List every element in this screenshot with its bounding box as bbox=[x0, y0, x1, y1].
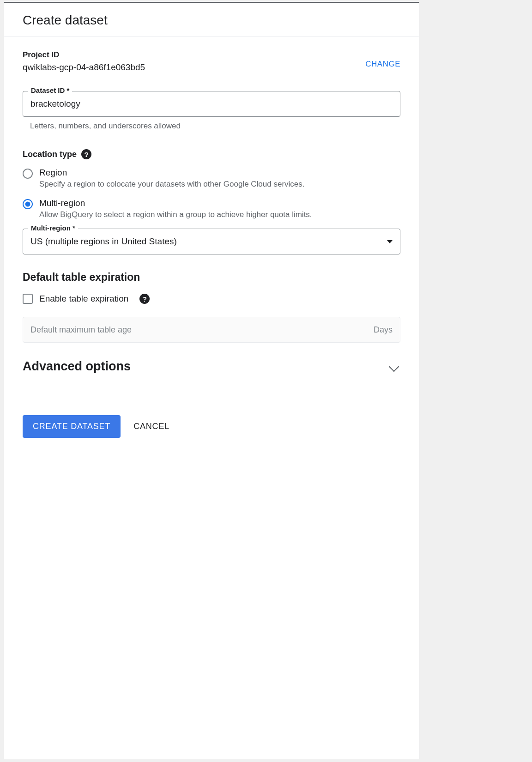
advanced-options-heading: Advanced options bbox=[23, 359, 131, 374]
multi-region-field: Multi-region * US (multiple regions in U… bbox=[23, 229, 400, 254]
create-dataset-button[interactable]: CREATE DATASET bbox=[23, 415, 121, 438]
multi-region-select[interactable]: US (multiple regions in United States) bbox=[23, 229, 400, 254]
change-project-button[interactable]: CHANGE bbox=[365, 60, 400, 69]
page-title: Create dataset bbox=[23, 13, 400, 28]
radio-multi-region[interactable]: Multi-region Allow BigQuery to select a … bbox=[23, 198, 400, 219]
radio-icon bbox=[23, 199, 33, 209]
radio-label: Region bbox=[39, 168, 305, 178]
location-type-heading: Location type ? bbox=[23, 149, 400, 159]
max-table-age-placeholder: Default maximum table age bbox=[30, 325, 132, 335]
location-type-radio-group: Region Specify a region to colocate your… bbox=[23, 168, 400, 219]
project-id-label: Project ID bbox=[23, 50, 145, 60]
radio-desc: Allow BigQuery to select a region within… bbox=[39, 210, 312, 219]
radio-icon bbox=[23, 169, 33, 179]
cancel-button[interactable]: CANCEL bbox=[133, 422, 169, 431]
help-icon[interactable]: ? bbox=[81, 149, 91, 159]
dataset-id-field: Dataset ID * bbox=[23, 91, 400, 117]
project-id-value: qwiklabs-gcp-04-a86f1e063bd5 bbox=[23, 62, 145, 73]
help-icon[interactable]: ? bbox=[139, 294, 150, 304]
chevron-down-icon bbox=[387, 240, 393, 243]
radio-label: Multi-region bbox=[39, 198, 312, 208]
project-row: Project ID qwiklabs-gcp-04-a86f1e063bd5 … bbox=[23, 50, 400, 73]
dataset-id-helper: Letters, numbers, and underscores allowe… bbox=[23, 121, 400, 131]
multi-region-value: US (multiple regions in United States) bbox=[30, 236, 177, 247]
panel-header: Create dataset bbox=[4, 3, 419, 36]
enable-expiration-label: Enable table expiration bbox=[39, 294, 128, 304]
max-table-age-suffix: Days bbox=[374, 325, 393, 335]
dataset-id-label: Dataset ID * bbox=[28, 86, 72, 94]
radio-desc: Specify a region to colocate your datase… bbox=[39, 180, 305, 189]
advanced-options-toggle[interactable]: Advanced options bbox=[23, 359, 400, 374]
panel-content: Project ID qwiklabs-gcp-04-a86f1e063bd5 … bbox=[4, 36, 419, 438]
dataset-id-input[interactable] bbox=[23, 91, 400, 117]
multi-region-label: Multi-region * bbox=[28, 224, 78, 232]
max-table-age-field: Default maximum table age Days bbox=[23, 317, 400, 343]
expiration-heading: Default table expiration bbox=[23, 271, 400, 284]
radio-region[interactable]: Region Specify a region to colocate your… bbox=[23, 168, 400, 189]
enable-expiration-checkbox[interactable] bbox=[23, 294, 33, 304]
chevron-down-icon bbox=[389, 361, 399, 372]
enable-expiration-row: Enable table expiration ? bbox=[23, 294, 400, 304]
create-dataset-panel: Create dataset Project ID qwiklabs-gcp-0… bbox=[4, 2, 419, 759]
action-buttons: CREATE DATASET CANCEL bbox=[23, 415, 400, 438]
